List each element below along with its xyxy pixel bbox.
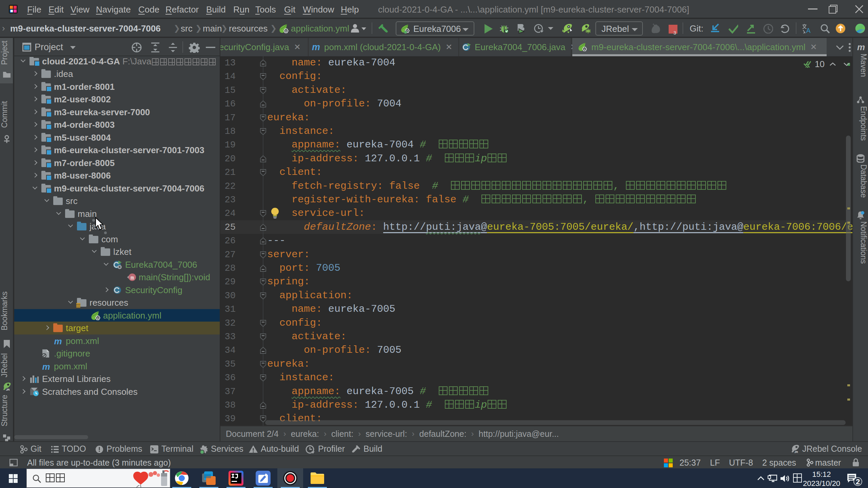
svg-text:3: 3 bbox=[673, 30, 676, 35]
svg-text:A: A bbox=[806, 27, 810, 34]
svg-text:JR: JR bbox=[794, 450, 798, 454]
svg-text:m: m bbox=[131, 275, 134, 281]
svg-text:2: 2 bbox=[856, 477, 860, 486]
svg-text:JR: JR bbox=[6, 388, 10, 391]
